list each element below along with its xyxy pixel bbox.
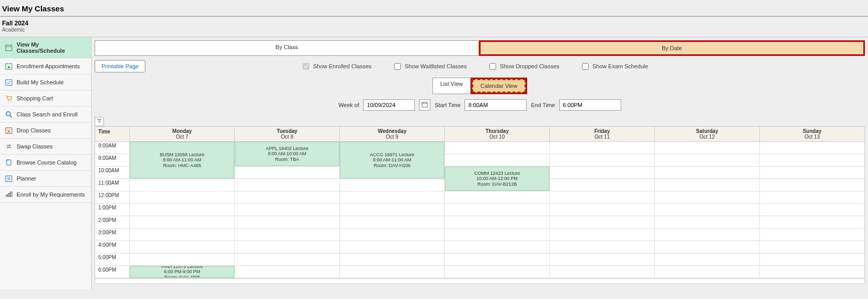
- day-name: Sunday: [760, 128, 864, 134]
- sidebar-item-7[interactable]: Browse Course Catalog: [0, 155, 91, 171]
- calendar-cell: [760, 167, 864, 179]
- calendar-icon: [5, 44, 12, 51]
- calendar-cell: [550, 266, 654, 278]
- calendar-cell: [550, 241, 654, 253]
- page-title: View My Classes: [2, 4, 866, 13]
- cart-icon: [5, 95, 12, 102]
- show-waitlisted-checkbox[interactable]: [394, 63, 401, 70]
- view-toggle: List View Calendar View: [95, 78, 865, 94]
- start-time-input[interactable]: [465, 99, 527, 111]
- calendar-cell: [340, 191, 444, 204]
- calendar-view-highlight: Calendar View: [471, 78, 527, 94]
- calendar-cell: [655, 241, 759, 253]
- calendar-footer-strip: [95, 279, 865, 284]
- week-of-label: Week of: [338, 102, 359, 108]
- sidebar-item-1[interactable]: Enrollment Appointments: [0, 58, 91, 74]
- day-header-1: TuesdayOct 8: [234, 127, 339, 141]
- calendar-cell: [445, 229, 549, 241]
- event-time: 8:00 AM-11:00 AM: [341, 157, 443, 162]
- show-dropped-check[interactable]: Show Dropped Classes: [487, 62, 559, 71]
- day-date: Oct 12: [655, 134, 759, 140]
- show-waitlisted-label: Show Waitlisted Classes: [405, 63, 467, 69]
- event-room: Room: DAV-J305: [131, 275, 233, 278]
- calendar-cell: [130, 241, 234, 253]
- sidebar-item-2[interactable]: Build My Schedule: [0, 74, 91, 91]
- event-title: COMM 12423 Lecture: [446, 171, 548, 176]
- calendar-grid: Time MondayOct 7TuesdayOct 8WednesdayOct…: [95, 126, 865, 279]
- show-enrolled-check[interactable]: Show Enrolled Classes: [301, 62, 371, 71]
- calendar-cell: [445, 204, 549, 216]
- calendar-cell: [235, 204, 339, 216]
- calendar-cell: [235, 229, 339, 241]
- planner-icon: [5, 175, 12, 182]
- list-view-button[interactable]: List View: [432, 78, 471, 94]
- sidebar-item-5[interactable]: Drop Classes: [0, 123, 91, 139]
- day-header-2: WednesdayOct 9: [339, 127, 444, 141]
- calendar-cell: [340, 179, 444, 191]
- end-time-input[interactable]: [559, 99, 621, 111]
- calendar-cell: [760, 179, 864, 191]
- day-column-4: [549, 142, 654, 278]
- calendar-cell: [655, 142, 759, 154]
- calendar-cell: [655, 167, 759, 179]
- sidebar-item-label: Shopping Cart: [17, 95, 53, 101]
- calendar-cell: [760, 216, 864, 229]
- calendar-cell: [550, 154, 654, 167]
- sidebar-item-8[interactable]: Planner: [0, 171, 91, 187]
- calendar-event-4[interactable]: FINA 11079 Lecture6:00 PM-9:00 PMRoom: D…: [130, 266, 234, 278]
- sidebar-item-label: Class Search and Enroll: [17, 111, 78, 117]
- catalog-icon: [5, 159, 12, 166]
- appointment-icon: [5, 63, 12, 70]
- time-label-5: 1:00PM: [95, 204, 129, 216]
- calendar-icon: [422, 101, 428, 109]
- time-axis: 8:00AM9:00AM10:00AM11:00AM12:00PM1:00PM2…: [95, 142, 129, 278]
- start-time-label: Start Time: [435, 102, 460, 108]
- day-name: Monday: [130, 128, 234, 134]
- day-date: Oct 11: [550, 134, 654, 140]
- day-date: Oct 10: [445, 134, 549, 140]
- calendar-view-button[interactable]: Calendar View: [472, 79, 526, 93]
- calendar-event-1[interactable]: APPL 19402 Lecture8:00 AM-10:00 AMRoom: …: [235, 142, 339, 166]
- sidebar-item-6[interactable]: Swap Classes: [0, 139, 91, 155]
- show-exam-checkbox[interactable]: [582, 63, 589, 70]
- sidebar-item-9[interactable]: Enroll by My Requirements: [0, 187, 91, 203]
- tab-by-date[interactable]: By Date: [479, 40, 865, 56]
- day-columns: BUSM 12058 Lecture8:00 AM-11:00 AMRoom: …: [129, 142, 864, 278]
- event-room: Room: TBA: [236, 157, 338, 162]
- show-enrolled-checkbox[interactable]: [303, 63, 309, 70]
- calendar-cell: [340, 216, 444, 229]
- calendar-cell: [550, 142, 654, 154]
- calendar-event-3[interactable]: COMM 12423 Lecture10:00 AM-12:00 PMRoom:…: [445, 167, 549, 191]
- calendar-event-2[interactable]: ACCG 16971 Lecture8:00 AM-11:00 AMRoom: …: [340, 142, 444, 178]
- calendar-cell: [760, 253, 864, 266]
- time-label-6: 2:00PM: [95, 216, 129, 229]
- sidebar-item-0[interactable]: View My Classes/Schedule: [0, 37, 91, 58]
- calendar-event-0[interactable]: BUSM 12058 Lecture8:00 AM-11:00 AMRoom: …: [130, 142, 234, 178]
- tab-by-class[interactable]: By Class: [95, 40, 479, 56]
- time-label-4: 12:00PM: [95, 191, 129, 204]
- calendar-cell: [655, 253, 759, 266]
- show-waitlisted-check[interactable]: Show Waitlisted Classes: [392, 62, 467, 71]
- calendar-cell: [550, 179, 654, 191]
- calendar-cell: [550, 167, 654, 179]
- show-dropped-checkbox[interactable]: [489, 63, 496, 70]
- event-time: 8:00 AM-10:00 AM: [236, 151, 338, 156]
- search-icon: [5, 111, 12, 118]
- calendar-filter-button[interactable]: [95, 117, 104, 126]
- calendar-cell: [235, 191, 339, 204]
- svg-point-7: [6, 112, 10, 116]
- week-of-input[interactable]: [363, 99, 415, 111]
- day-header-0: MondayOct 7: [129, 127, 234, 141]
- calendar-cell: [550, 216, 654, 229]
- calendar-cell: [340, 204, 444, 216]
- calendar-cell: [340, 266, 444, 278]
- sidebar-item-3[interactable]: Shopping Cart: [0, 91, 91, 107]
- day-name: Tuesday: [235, 128, 339, 134]
- show-exam-check[interactable]: Show Exam Schedule: [580, 62, 648, 71]
- calendar-cell: [760, 241, 864, 253]
- calendar-picker-button[interactable]: [419, 99, 430, 111]
- event-room: Room: HMC-A465: [131, 163, 233, 168]
- calendar-cell: [760, 266, 864, 278]
- printable-page-button[interactable]: Printable Page: [95, 60, 145, 72]
- sidebar-item-4[interactable]: Class Search and Enroll: [0, 107, 91, 123]
